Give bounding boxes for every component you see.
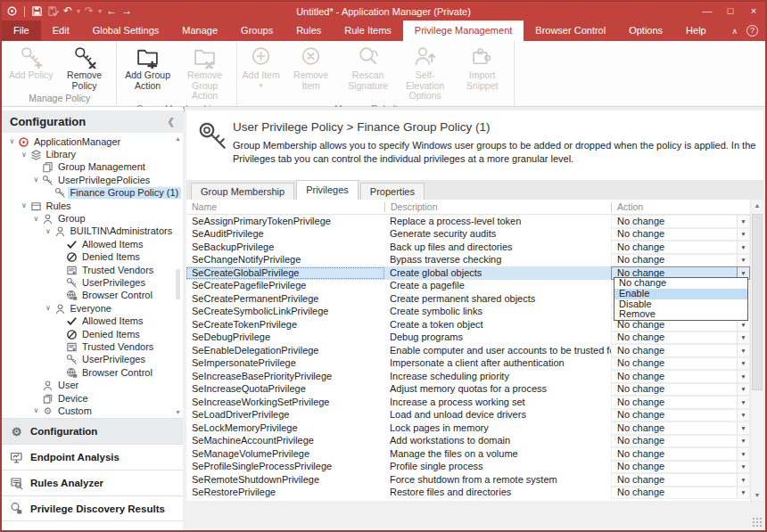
column-header-action[interactable]: Action bbox=[611, 202, 750, 212]
table-row-SeRestorePrivilege[interactable]: SeRestorePrivilegeRestore files and dire… bbox=[186, 487, 763, 500]
tree-item-trusted-vendors[interactable]: Trusted Vendors bbox=[2, 264, 183, 276]
back-icon[interactable]: ← bbox=[106, 5, 117, 17]
tree-item-group[interactable]: ∨Group bbox=[2, 212, 183, 225]
combo-arrow-icon[interactable]: ▼ bbox=[737, 216, 749, 227]
action-combobox[interactable]: No change▼ bbox=[611, 215, 750, 228]
table-row-SeBackupPrivilege[interactable]: SeBackupPrivilegeBack up files and direc… bbox=[186, 241, 763, 254]
table-row-SeManageVolumePrivilege[interactable]: SeManageVolumePrivilegeManage the files … bbox=[186, 447, 763, 461]
combo-arrow-icon[interactable]: ▼ bbox=[737, 422, 749, 434]
caret-down-icon[interactable]: ▾ bbox=[77, 5, 80, 17]
tree-expander-icon[interactable]: ∨ bbox=[30, 215, 42, 224]
tree-item-denied-items[interactable]: Denied Items bbox=[2, 251, 183, 264]
action-combobox[interactable]: No change▼ bbox=[611, 228, 750, 241]
combo-arrow-icon[interactable]: ▼ bbox=[737, 345, 749, 356]
tree-item-browser-control[interactable]: Browser Control bbox=[2, 290, 183, 302]
tree-item-allowed-items[interactable]: Allowed Items bbox=[2, 238, 183, 250]
table-row-SeMachineAccountPrivilege[interactable]: SeMachineAccountPrivilegeAdd workstation… bbox=[186, 435, 763, 448]
combo-arrow-icon[interactable]: ▼ bbox=[737, 241, 749, 253]
action-combobox[interactable]: No change▼ bbox=[611, 344, 750, 357]
tree-scroll-up-icon[interactable]: ▲ bbox=[174, 135, 182, 142]
table-row-SeIncreaseQuotaPrivilege[interactable]: SeIncreaseQuotaPrivilegeAdjust memory qu… bbox=[186, 383, 763, 397]
table-row-SeRemoteShutdownPrivilege[interactable]: SeRemoteShutdownPrivilegeForce shutdown … bbox=[186, 473, 763, 487]
tree-item-applicationmanager[interactable]: ∨ApplicationManager bbox=[2, 135, 183, 148]
combo-arrow-icon[interactable]: ▼ bbox=[737, 332, 749, 344]
column-header-description[interactable]: Description bbox=[384, 202, 611, 212]
add-group-action-button[interactable]: Add Group Action bbox=[120, 44, 177, 92]
tree-item-library[interactable]: ∨Library bbox=[2, 148, 183, 160]
menu-tab-browser-control[interactable]: Browser Control bbox=[524, 20, 617, 41]
action-combobox[interactable]: No change▼ bbox=[611, 435, 750, 448]
tree-item-user[interactable]: User bbox=[2, 379, 183, 391]
tree-item-finance-group-policy-1-[interactable]: Finance Group Policy (1) bbox=[2, 187, 183, 200]
action-combobox[interactable]: No change▼ bbox=[611, 447, 750, 461]
menu-tab-help[interactable]: Help bbox=[674, 20, 718, 41]
undo-icon[interactable]: ↶ bbox=[63, 5, 72, 17]
tree-expander-icon[interactable]: ∨ bbox=[43, 304, 54, 313]
table-scrollbar[interactable]: ▲ ▼ bbox=[750, 200, 763, 501]
combo-arrow-icon[interactable]: ▼ bbox=[737, 462, 749, 473]
combo-arrow-icon[interactable]: ▼ bbox=[737, 397, 749, 408]
tab-group-membership[interactable]: Group Membership bbox=[191, 183, 294, 200]
tree-expander-icon[interactable]: ∨ bbox=[43, 227, 54, 236]
column-header-name[interactable]: Name bbox=[186, 202, 384, 212]
dropdown-option-remove[interactable]: Remove bbox=[614, 309, 747, 320]
tree-item-allowed-items[interactable]: Allowed Items bbox=[2, 315, 183, 327]
tree-item-browser-control[interactable]: Browser Control bbox=[2, 366, 183, 379]
nav-item-privilege-discovery-results[interactable]: Privilege Discovery Results bbox=[2, 495, 183, 521]
menu-tab-file[interactable]: File bbox=[2, 20, 41, 41]
tree-item-device[interactable]: Device bbox=[2, 392, 183, 405]
combo-arrow-icon[interactable]: ▼ bbox=[737, 448, 749, 460]
action-combobox[interactable]: No change▼ bbox=[611, 331, 750, 345]
tree-scrollbar[interactable]: ▲ ▼ bbox=[174, 135, 182, 415]
tree-item-builtin-administrators[interactable]: ∨BUILTIN\Administrators bbox=[2, 225, 183, 238]
tree-expander-icon[interactable]: ∨ bbox=[30, 406, 42, 415]
combo-arrow-icon[interactable]: ▼ bbox=[737, 255, 749, 266]
tree-expander-icon[interactable]: ∨ bbox=[30, 176, 42, 184]
menu-tab-global-settings[interactable]: Global Settings bbox=[81, 20, 171, 41]
scroll-up-icon[interactable]: ▲ bbox=[751, 202, 763, 209]
combo-arrow-icon[interactable]: ▼ bbox=[737, 487, 749, 499]
tab-privileges[interactable]: Privileges bbox=[296, 180, 359, 200]
combo-arrow-icon[interactable]: ▼ bbox=[737, 229, 749, 241]
combo-arrow-icon[interactable]: ▼ bbox=[737, 371, 749, 382]
menu-tab-options[interactable]: Options bbox=[617, 20, 674, 41]
tree-item-custom[interactable]: ∨⚙Custom bbox=[2, 405, 183, 417]
action-combobox[interactable]: No change▼ bbox=[611, 473, 750, 487]
action-combobox[interactable]: No change▼ bbox=[611, 396, 750, 409]
nav-item-endpoint-analysis[interactable]: Endpoint Analysis bbox=[2, 444, 183, 470]
remove-policy-button[interactable]: Remove Policy bbox=[56, 44, 113, 92]
tree-scroll-thumb[interactable] bbox=[176, 269, 180, 299]
minimize-button[interactable]: — bbox=[696, 2, 719, 20]
action-combobox[interactable]: No change▼ bbox=[611, 370, 750, 383]
menu-tab-rules[interactable]: Rules bbox=[285, 20, 333, 41]
table-row-SeIncreaseWorkingSetPrivilege[interactable]: SeIncreaseWorkingSetPrivilegeIncrease a … bbox=[186, 396, 763, 409]
caret-down-icon[interactable]: ▾ bbox=[98, 5, 102, 17]
combo-arrow-icon[interactable]: ▼ bbox=[737, 358, 749, 370]
combo-arrow-icon[interactable]: ▼ bbox=[737, 384, 749, 396]
combo-arrow-icon[interactable]: ▼ bbox=[737, 474, 749, 486]
collapse-sidebar-icon[interactable]: ❮ bbox=[168, 117, 175, 127]
table-row-SeLoadDriverPrivilege[interactable]: SeLoadDriverPrivilegeLoad and unload dev… bbox=[186, 409, 763, 422]
action-combobox[interactable]: No change▼ bbox=[611, 254, 750, 267]
table-row-SeAuditPrivilege[interactable]: SeAuditPrivilegeGenerate security audits… bbox=[186, 228, 763, 241]
tree-item-userprivileges[interactable]: UserPrivileges bbox=[2, 354, 183, 366]
table-row-SeLockMemoryPrivilege[interactable]: SeLockMemoryPrivilegeLock pages in memor… bbox=[186, 422, 763, 435]
redo-icon[interactable]: ↷ bbox=[85, 5, 94, 17]
dropdown-option-enable[interactable]: Enable bbox=[614, 289, 747, 299]
menu-tab-groups[interactable]: Groups bbox=[229, 20, 285, 41]
table-row-SeImpersonatePrivilege[interactable]: SeImpersonatePrivilegeImpersonate a clie… bbox=[186, 357, 763, 371]
action-combobox[interactable]: No change▼ bbox=[611, 409, 750, 422]
table-row-SeDebugPrivilege[interactable]: SeDebugPrivilegeDebug programsNo change▼ bbox=[186, 331, 763, 345]
collapse-ribbon-icon[interactable]: ∧ bbox=[731, 27, 738, 36]
menu-tab-privilege-management[interactable]: Privilege Management bbox=[403, 20, 524, 41]
tree-scroll-down-icon[interactable]: ▼ bbox=[174, 409, 182, 415]
table-row-SeChangeNotifyPrivilege[interactable]: SeChangeNotifyPrivilegeBypass traverse c… bbox=[186, 254, 763, 267]
tree-item-trusted-vendors[interactable]: Trusted Vendors bbox=[2, 340, 183, 353]
tree-expander-icon[interactable]: ∨ bbox=[6, 137, 18, 146]
scroll-thumb[interactable] bbox=[752, 214, 763, 390]
save-check-icon[interactable] bbox=[47, 5, 59, 17]
table-row-SeEnableDelegationPrivilege[interactable]: SeEnableDelegationPrivilegeEnable comput… bbox=[186, 344, 763, 357]
combo-arrow-icon[interactable]: ▼ bbox=[737, 436, 749, 447]
menu-tab-edit[interactable]: Edit bbox=[41, 20, 81, 41]
action-combobox[interactable]: No change▼ bbox=[611, 461, 750, 474]
